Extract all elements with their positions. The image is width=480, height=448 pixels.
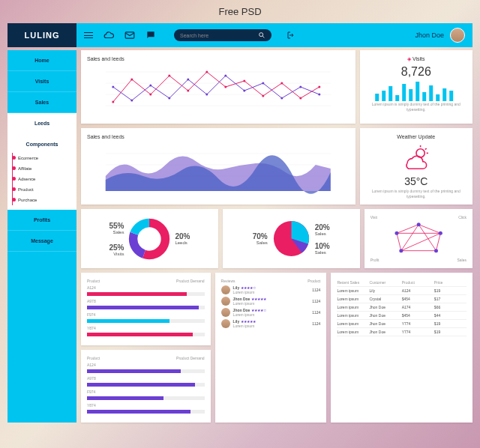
search-input[interactable]: [180, 33, 258, 38]
line-chart-title: Sales and leeds: [87, 56, 350, 61]
product-bar: [87, 292, 205, 296]
svg-point-13: [224, 86, 226, 88]
sidebar-item-home[interactable]: Home: [8, 50, 76, 71]
donut-chart: [127, 217, 172, 261]
donut-stat-2: 20%Leeds: [175, 232, 190, 245]
svg-point-12: [206, 71, 208, 73]
svg-rect-31: [375, 94, 379, 101]
card-products-1: ProductProduct Demand A124A978F974Y874: [81, 273, 211, 345]
svg-point-60: [416, 223, 420, 226]
svg-point-30: [318, 94, 320, 96]
product-bar: [87, 410, 205, 414]
user-area[interactable]: Jhon Doe: [415, 28, 465, 43]
svg-rect-41: [442, 88, 446, 101]
chat-icon[interactable]: [146, 30, 156, 40]
sidebar-sub-adsence[interactable]: Adsence: [18, 174, 76, 184]
area-chart-title: Sales and leeds: [87, 134, 350, 139]
area-chart: [87, 142, 350, 195]
card-pie: 70%Sales 20%Sales 10%Sales: [223, 209, 360, 268]
svg-point-1: [260, 33, 263, 37]
sidebar-item-sales[interactable]: Sales: [8, 92, 76, 113]
visits-value: 8,726: [366, 65, 466, 79]
mail-icon[interactable]: [124, 30, 135, 40]
sidebar: Home Visits Sales Leeds Components Ecome…: [8, 50, 76, 423]
review-row: Jhon Doe ★★★★☆Lorem ipsum1124: [221, 308, 321, 317]
svg-rect-37: [416, 82, 419, 101]
card-visits: ◈ Visits 8,726 Lorem ipsum is simply dum…: [360, 50, 472, 124]
product-row: F974: [87, 312, 205, 317]
sidebar-item-message[interactable]: Message: [8, 231, 76, 252]
sales-table-header: Recent SalesCustomerProductPrice: [337, 279, 466, 287]
sidebar-sub-affilate[interactable]: Affilate: [18, 163, 76, 174]
svg-point-24: [206, 94, 208, 96]
review-row: Lily ★★★★★Lorem ipsum1124: [221, 319, 321, 328]
svg-point-11: [187, 90, 189, 92]
svg-point-28: [280, 97, 283, 100]
svg-marker-55: [397, 225, 440, 251]
pie-stat-1: 20%Sales: [315, 223, 330, 236]
svg-point-14: [243, 80, 245, 82]
review-avatar: [221, 285, 230, 294]
svg-point-64: [394, 231, 398, 235]
card-line-chart: Sales and leeds: [81, 50, 356, 124]
svg-point-10: [168, 75, 170, 77]
pie-stat-0: 70%Sales: [253, 232, 268, 245]
weather-temp: 35°C: [366, 175, 466, 187]
sidebar-sub-product[interactable]: Product: [18, 184, 76, 195]
topbar: LULING Jhon Doe: [8, 23, 472, 47]
svg-point-7: [112, 101, 114, 103]
app-container: LULING Jhon Doe Home Visits Sales Leeds …: [8, 23, 472, 423]
card-sales-table: Recent SalesCustomerProductPrice Lorem i…: [331, 273, 472, 423]
card-reviews: ReviewsProduct Lily ★★★★☆Lorem ipsum1124…: [215, 273, 327, 423]
svg-point-29: [299, 86, 302, 88]
svg-point-21: [149, 85, 152, 87]
product-bar: [87, 383, 205, 387]
product-bar: [87, 319, 205, 323]
svg-point-62: [434, 249, 438, 252]
donut-stat-0: 55%Sales: [109, 222, 124, 234]
hamburger-icon[interactable]: [84, 32, 93, 38]
brand-logo[interactable]: LULING: [8, 23, 76, 47]
table-row: Lorem ipsumJhon DoeY774$19: [337, 320, 466, 328]
donut-stat-1: 25%Visits: [109, 243, 124, 256]
search-wrap: [174, 29, 272, 41]
sidebar-sub-purchace[interactable]: Purchace: [18, 195, 76, 205]
page-heading: Free PSD: [0, 0, 480, 23]
topbar-main: Jhon Doe: [76, 23, 472, 47]
svg-point-8: [130, 79, 133, 81]
svg-line-56: [418, 225, 436, 251]
review-row: Jhon Doe ★★★★★Lorem ipsum1124: [221, 297, 321, 306]
sidebar-item-visits[interactable]: Visits: [8, 71, 76, 92]
sidebar-sub-ecomerce[interactable]: Ecomerce: [18, 153, 76, 163]
svg-line-49: [425, 148, 427, 150]
product-bar: [87, 333, 205, 336]
table-row: Lorem ipsumLilyA124$19: [337, 287, 466, 295]
product-row: A124: [87, 285, 205, 290]
svg-point-61: [438, 231, 442, 235]
svg-rect-36: [409, 89, 412, 101]
content: Home Visits Sales Leeds Components Ecome…: [8, 50, 472, 423]
cloud-icon[interactable]: [104, 30, 114, 40]
pie-stat-2: 10%Sales: [315, 242, 330, 255]
table-row: Lorem ipsumCrystal$454$17: [337, 295, 466, 303]
svg-point-19: [112, 86, 114, 88]
products1-header: ProductProduct Demand: [87, 279, 205, 283]
sidebar-item-profits[interactable]: Profits: [8, 210, 76, 231]
logout-icon[interactable]: [286, 31, 296, 40]
search-icon[interactable]: [258, 31, 266, 39]
sidebar-item-leeds[interactable]: Leeds: [8, 113, 76, 134]
network-labels-bottom: ProfitSales: [370, 258, 466, 262]
reviews-header: ReviewsProduct: [221, 279, 321, 283]
svg-point-20: [130, 100, 133, 102]
visits-sub: Lorem ipsum is simply dummy text of the …: [366, 102, 466, 112]
username: Jhon Doe: [415, 31, 444, 39]
products2-header: ProductProduct Demand: [87, 356, 205, 360]
svg-point-9: [149, 94, 152, 96]
table-row: Lorem ipsumJhon DoeY774$19: [337, 328, 466, 336]
card-weather: Weather Update 35°C Lorem ipsum is simpl…: [360, 128, 472, 205]
svg-rect-39: [429, 85, 433, 101]
sidebar-item-components[interactable]: Components: [8, 134, 76, 148]
product-row: A978: [87, 376, 205, 381]
svg-line-2: [262, 36, 264, 37]
svg-point-18: [318, 86, 320, 88]
